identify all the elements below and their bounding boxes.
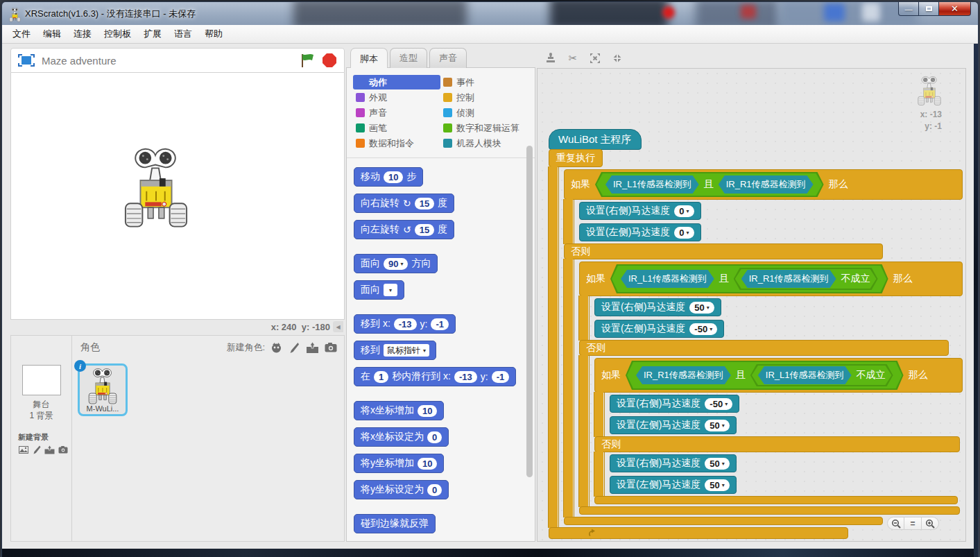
script-canvas[interactable]: x: -13 y: -1 WuLiBot 主程序 重复执行 如果 bbox=[537, 68, 966, 542]
category-item[interactable]: 动作 bbox=[353, 75, 440, 89]
maximize-button[interactable] bbox=[919, 2, 939, 16]
backdrop-library-icon[interactable] bbox=[18, 445, 28, 454]
if-else-block-3[interactable]: 如果 IR_R1传感器检测到且IR_L1传感器检测到不成立 那么 设置(右侧)马… bbox=[594, 358, 963, 504]
if-else-block-1[interactable]: 如果 IR_L1传感器检测到且IR_R1传感器检测到 那么 设置(右侧)马达速度… bbox=[564, 169, 963, 525]
script-stack[interactable]: WuLiBot 主程序 重复执行 如果 IR_L1传感器检测到且IR_R1传感器… bbox=[549, 129, 963, 539]
palette-block[interactable]: 移动10步 bbox=[354, 167, 423, 187]
if-else-block-2[interactable]: 如果 IR_L1传感器检测到且IR_R1传感器检测到不成立 那么 设置(右侧)马… bbox=[579, 262, 963, 515]
grow-icon[interactable] bbox=[588, 51, 602, 65]
forever-block[interactable]: 重复执行 如果 IR_L1传感器检测到且IR_R1传感器检测到 那么 设置(右侧… bbox=[549, 149, 963, 539]
set-motor-speed-block[interactable]: 设置(左侧)马达速度50▾ bbox=[610, 476, 737, 494]
palette-block[interactable]: 碰到边缘就反弹 bbox=[354, 514, 436, 533]
zoom-reset-button[interactable]: = bbox=[904, 517, 922, 530]
hat-block-main-program[interactable]: WuLiBot 主程序 bbox=[549, 129, 642, 150]
category-item[interactable]: 事件 bbox=[440, 75, 532, 89]
category-item[interactable]: 声音 bbox=[353, 105, 440, 120]
palette-block[interactable]: 面向▾ bbox=[354, 280, 404, 300]
sensor-reporter-block[interactable]: IR_R1传感器检测到 bbox=[719, 175, 814, 194]
paint-new-sprite-icon[interactable] bbox=[288, 341, 301, 354]
stage-panel: Maze adventure x: 240 y: -18 bbox=[10, 48, 345, 542]
menu-item[interactable]: 连接 bbox=[67, 25, 98, 43]
sensor-reporter-block[interactable]: IR_L1传感器检测到 bbox=[758, 366, 852, 384]
sensor-reporter-block[interactable]: IR_R1传感器检测到 bbox=[636, 366, 731, 384]
not-operator-block[interactable]: IR_L1传感器检测到不成立 bbox=[750, 364, 893, 386]
palette-block[interactable]: 将x坐标设定为0 bbox=[354, 427, 449, 447]
speed-dropdown[interactable]: -50▾ bbox=[705, 398, 732, 410]
menu-item[interactable]: 扩展 bbox=[137, 25, 168, 43]
palette-block[interactable]: 移到 x:-13y:-1 bbox=[354, 314, 456, 334]
tab-active[interactable]: 脚本 bbox=[350, 48, 388, 68]
speed-dropdown[interactable]: 0▾ bbox=[674, 227, 694, 239]
palette-block[interactable]: 将y坐标设定为0 bbox=[354, 480, 449, 499]
sprite-info-icon[interactable]: i bbox=[74, 360, 86, 372]
palette-block[interactable]: 将y坐标增加10 bbox=[354, 454, 444, 473]
close-button[interactable]: ✕ bbox=[939, 2, 971, 16]
speed-dropdown[interactable]: -50▾ bbox=[689, 323, 717, 335]
set-motor-speed-block[interactable]: 设置(左侧)马达速度0▾ bbox=[579, 223, 701, 241]
set-motor-speed-block[interactable]: 设置(右侧)马达速度-50▾ bbox=[610, 395, 739, 413]
sensor-reporter-block[interactable]: IR_R1传感器检测到 bbox=[741, 270, 836, 288]
menu-item[interactable]: 控制板 bbox=[98, 25, 137, 43]
tab-inactive[interactable]: 造型 bbox=[390, 48, 427, 68]
and-operator-block[interactable]: IR_L1传感器检测到且IR_R1传感器检测到 bbox=[595, 172, 824, 197]
tab-inactive[interactable]: 声音 bbox=[429, 48, 467, 68]
robot-sprite[interactable] bbox=[122, 146, 190, 230]
green-flag-button[interactable] bbox=[300, 53, 315, 68]
category-item[interactable]: 控制 bbox=[440, 90, 532, 105]
palette-block[interactable]: 向右旋转↻15度 bbox=[354, 194, 454, 213]
window-titlebar[interactable]: XRScratch(v1.6.3) - 没有连接串口 - 未保存 — ✕ bbox=[2, 2, 978, 25]
speed-dropdown[interactable]: 0▾ bbox=[674, 205, 694, 217]
category-item[interactable]: 侦测 bbox=[440, 105, 532, 120]
and-operator-block[interactable]: IR_R1传感器检测到且IR_L1传感器检测到不成立 bbox=[626, 361, 904, 390]
menu-item[interactable]: 语言 bbox=[168, 25, 198, 43]
palette-scrollbar[interactable] bbox=[526, 146, 533, 477]
scissors-delete-icon[interactable]: ✂ bbox=[566, 51, 580, 65]
category-item[interactable]: 外观 bbox=[353, 90, 440, 105]
speed-dropdown[interactable]: 50▾ bbox=[705, 479, 729, 491]
upload-sprite-icon[interactable] bbox=[306, 341, 319, 354]
collapse-stage-button[interactable]: ◀ bbox=[333, 321, 343, 332]
palette-block[interactable]: 在1秒内滑行到 x:-13y:-1 bbox=[354, 367, 516, 386]
palette-block[interactable]: 向左旋转↺15度 bbox=[354, 220, 454, 239]
set-motor-speed-block[interactable]: 设置(左侧)马达速度50▾ bbox=[610, 416, 737, 434]
menu-item[interactable]: 编辑 bbox=[37, 25, 67, 43]
speed-dropdown[interactable]: 50▾ bbox=[705, 420, 729, 431]
sprite-library-icon[interactable] bbox=[270, 341, 283, 354]
camera-sprite-icon[interactable] bbox=[324, 341, 337, 354]
number-arg: -13 bbox=[394, 318, 417, 330]
minimize-button[interactable]: — bbox=[898, 2, 919, 16]
dropdown-arrow-icon: ▾ bbox=[707, 305, 710, 311]
category-item[interactable]: 画笔 bbox=[353, 121, 440, 135]
category-item[interactable]: 机器人模块 bbox=[440, 136, 532, 151]
palette-block[interactable]: 面向90▾方向 bbox=[354, 254, 438, 273]
category-item[interactable]: 数字和逻辑运算 bbox=[440, 121, 532, 135]
palette-block[interactable]: 移到鼠标指针▾ bbox=[354, 341, 436, 360]
stage-selector[interactable]: 舞台 1 背景 新建背景 bbox=[11, 359, 72, 541]
menu-item[interactable]: 帮助 bbox=[198, 25, 229, 43]
set-motor-speed-block[interactable]: 设置(左侧)马达速度-50▾ bbox=[594, 320, 724, 338]
sensor-reporter-block[interactable]: IR_L1传感器检测到 bbox=[621, 270, 714, 288]
stage-canvas[interactable] bbox=[10, 73, 345, 320]
category-item[interactable]: 数据和指令 bbox=[353, 136, 440, 151]
upload-backdrop-icon[interactable] bbox=[44, 445, 55, 454]
not-operator-block[interactable]: IR_R1传感器检测到不成立 bbox=[734, 268, 878, 290]
fullscreen-icon[interactable] bbox=[18, 54, 35, 67]
sprite-card-selected[interactable]: i M-WuLi... bbox=[78, 363, 128, 416]
paint-backdrop-icon[interactable] bbox=[31, 445, 42, 454]
zoom-out-button[interactable] bbox=[887, 517, 904, 530]
menu-item[interactable]: 文件 bbox=[6, 25, 37, 43]
and-operator-block[interactable]: IR_L1传感器检测到且IR_R1传感器检测到不成立 bbox=[610, 264, 888, 293]
set-motor-speed-block[interactable]: 设置(右侧)马达速度50▾ bbox=[610, 454, 737, 472]
palette-block[interactable]: 将x坐标增加10 bbox=[354, 401, 444, 420]
speed-dropdown[interactable]: 50▾ bbox=[689, 302, 714, 314]
stamp-duplicate-icon[interactable] bbox=[544, 51, 558, 65]
stage-thumbnail[interactable] bbox=[22, 365, 61, 395]
sensor-reporter-block[interactable]: IR_L1传感器检测到 bbox=[605, 175, 699, 194]
stop-button[interactable] bbox=[322, 53, 337, 68]
shrink-icon[interactable] bbox=[610, 51, 624, 65]
set-motor-speed-block[interactable]: 设置(右侧)马达速度0▾ bbox=[579, 202, 701, 220]
zoom-in-button[interactable] bbox=[922, 517, 939, 530]
camera-backdrop-icon[interactable] bbox=[58, 445, 68, 454]
speed-dropdown[interactable]: 50▾ bbox=[705, 458, 729, 470]
set-motor-speed-block[interactable]: 设置(右侧)马达速度50▾ bbox=[594, 298, 721, 316]
